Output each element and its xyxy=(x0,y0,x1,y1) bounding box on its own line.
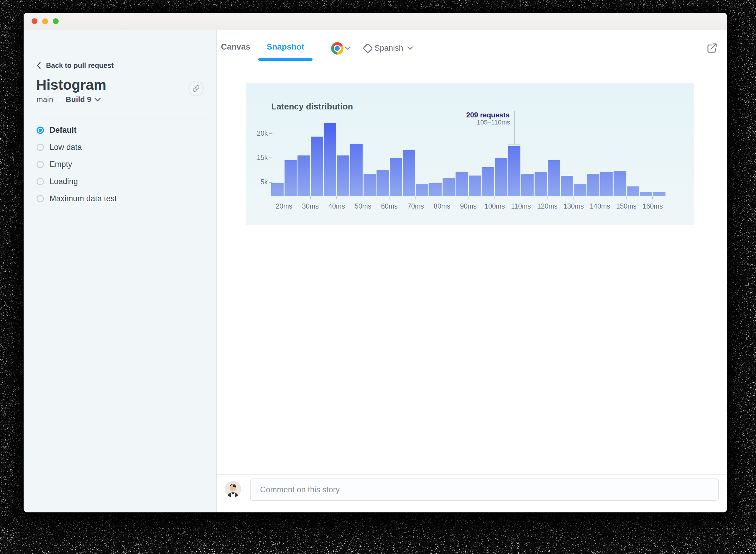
tab-snapshot[interactable]: Snapshot xyxy=(258,42,313,52)
story-item-empty[interactable]: Empty xyxy=(23,156,216,173)
annotation-cap xyxy=(508,144,521,145)
histogram-bar-135-140ms[interactable] xyxy=(587,174,600,196)
histogram-bar-60-65ms[interactable] xyxy=(390,158,402,196)
build-name: Build 9 xyxy=(66,95,91,104)
histogram-bar-105-110ms[interactable] xyxy=(508,146,521,196)
histogram-bar-85-90ms[interactable] xyxy=(455,172,468,196)
annotation-range: 105–110ms xyxy=(392,119,510,126)
histogram-bar-80-85ms[interactable] xyxy=(443,178,455,196)
histogram-bar-150-155ms[interactable] xyxy=(627,186,639,196)
story-item-loading[interactable]: Loading xyxy=(23,173,216,190)
histogram-bar-55-60ms[interactable] xyxy=(377,170,389,196)
y-axis-tick xyxy=(269,133,272,134)
y-axis-label: 5k xyxy=(246,178,268,186)
minimize-window-button[interactable] xyxy=(42,18,48,24)
browser-chevron-down-icon[interactable] xyxy=(344,46,351,52)
story-label: Low data xyxy=(50,143,82,152)
histogram-bar-30-35ms[interactable] xyxy=(311,136,323,196)
x-axis-tick xyxy=(416,197,416,200)
annotation-line xyxy=(514,111,515,144)
chevron-down-icon xyxy=(94,98,101,102)
histogram-bar-160-165ms[interactable] xyxy=(653,192,666,196)
open-external-button[interactable] xyxy=(705,41,719,55)
chrome-icon[interactable] xyxy=(331,42,343,55)
x-axis-label: 30ms xyxy=(297,202,324,210)
x-axis-tick xyxy=(547,197,548,200)
avatar[interactable] xyxy=(225,481,241,497)
histogram-bar-140-145ms[interactable] xyxy=(600,172,613,196)
histogram-bar-65-70ms[interactable] xyxy=(403,150,416,196)
language-chevron-down-icon[interactable] xyxy=(407,46,414,52)
histogram-bar-115-120ms[interactable] xyxy=(534,172,547,196)
branch-name: main xyxy=(37,95,53,104)
x-axis-label: 160ms xyxy=(639,202,666,210)
x-axis-tick xyxy=(626,197,627,200)
comment-input[interactable]: Comment on this story xyxy=(250,479,719,501)
histogram-bar-90-95ms[interactable] xyxy=(469,175,481,196)
comment-placeholder: Comment on this story xyxy=(260,485,340,494)
x-axis-tick xyxy=(652,197,653,200)
story-label: Empty xyxy=(50,160,72,169)
radio-icon[interactable] xyxy=(37,161,44,168)
histogram-bar-125-130ms[interactable] xyxy=(561,176,573,196)
radio-icon[interactable] xyxy=(37,195,44,202)
sidebar-divider xyxy=(37,113,210,113)
x-axis-label: 40ms xyxy=(323,202,350,210)
link-icon xyxy=(192,85,200,92)
histogram-bar-100-105ms[interactable] xyxy=(495,158,507,196)
tab-canvas[interactable]: Canvas xyxy=(217,42,254,52)
histogram-bar-95-100ms[interactable] xyxy=(482,167,495,196)
x-axis-label: 110ms xyxy=(508,202,534,210)
y-axis-tick xyxy=(269,182,272,183)
x-axis-label: 130ms xyxy=(561,202,587,210)
active-tab-underline xyxy=(258,58,313,61)
story-label: Default xyxy=(50,126,77,135)
histogram-bar-145-150ms[interactable] xyxy=(614,171,626,196)
story-item-maximum-data-test[interactable]: Maximum data test xyxy=(23,190,216,207)
histogram-bar-155-160ms[interactable] xyxy=(640,192,652,196)
story-label: Maximum data test xyxy=(50,194,117,203)
x-axis-label: 100ms xyxy=(482,202,508,210)
back-link-label: Back to pull request xyxy=(46,61,114,70)
x-axis-tick xyxy=(468,197,468,200)
close-window-button[interactable] xyxy=(32,18,38,24)
language-selector[interactable]: Spanish xyxy=(374,44,403,53)
radio-icon[interactable] xyxy=(37,178,44,185)
x-axis-label: 60ms xyxy=(376,202,402,210)
radio-selected-icon[interactable] xyxy=(37,126,44,134)
build-selector[interactable]: main – Build 9 xyxy=(37,95,101,104)
histogram-bar-120-125ms[interactable] xyxy=(548,160,560,196)
x-axis-label: 90ms xyxy=(455,202,482,210)
histogram-bar-110-115ms[interactable] xyxy=(521,174,534,196)
x-axis-tick xyxy=(442,197,442,200)
histogram-bar-70-75ms[interactable] xyxy=(416,184,428,196)
histogram-bar-25-30ms[interactable] xyxy=(298,156,310,196)
histogram-bar-130-135ms[interactable] xyxy=(574,184,586,196)
radio-icon[interactable] xyxy=(37,144,44,151)
story-title: Histogram xyxy=(36,77,106,93)
x-axis-tick xyxy=(521,197,521,200)
x-axis-tick xyxy=(336,197,337,200)
back-to-pull-request-link[interactable]: Back to pull request xyxy=(36,61,114,70)
latency-chart: Latency distribution 209 requests 105–11… xyxy=(246,83,694,225)
x-axis-label: 20ms xyxy=(271,202,297,210)
histogram-bar-75-80ms[interactable] xyxy=(429,183,442,196)
story-item-low-data[interactable]: Low data xyxy=(23,138,216,156)
histogram-bar-40-45ms[interactable] xyxy=(337,156,350,196)
histogram-bar-20-25ms[interactable] xyxy=(285,160,297,196)
histogram-bar-35-40ms[interactable] xyxy=(324,123,336,196)
histogram-bar-15-20ms[interactable] xyxy=(271,183,284,196)
story-label: Loading xyxy=(50,177,78,186)
x-axis-tick xyxy=(389,197,389,200)
histogram-bar-50-55ms[interactable] xyxy=(364,174,376,196)
histogram-bar-45-50ms[interactable] xyxy=(350,144,363,196)
x-axis-tick xyxy=(573,197,574,200)
story-list: DefaultLow dataEmptyLoadingMaximum data … xyxy=(23,121,216,207)
titlebar xyxy=(23,13,727,31)
annotation-title: 209 requests xyxy=(391,111,509,119)
x-axis-tick xyxy=(495,197,495,200)
zoom-window-button[interactable] xyxy=(53,18,59,24)
copy-link-button[interactable] xyxy=(188,81,204,96)
y-axis-tick xyxy=(269,158,272,158)
story-item-default[interactable]: Default xyxy=(23,121,216,138)
